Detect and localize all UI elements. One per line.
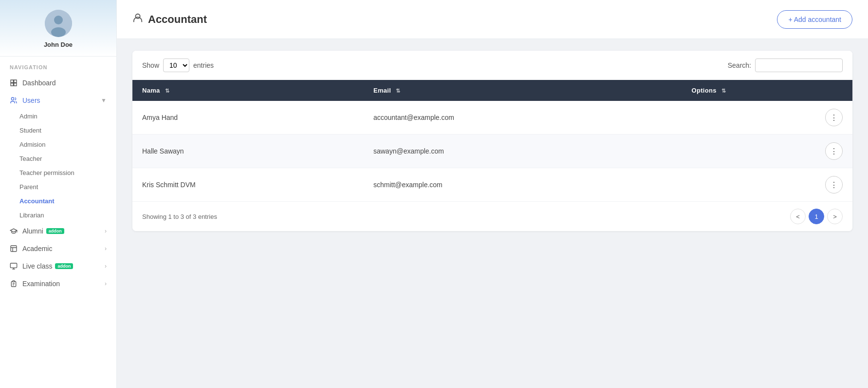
table-controls: Show 10 25 50 entries Search: [132,51,852,80]
entries-select[interactable]: 10 25 50 [163,58,189,72]
col-name: Nama ⇅ [132,80,364,101]
showing-entries: Showing 1 to 3 of 3 entries [142,213,217,220]
add-accountant-button[interactable]: + Add accountant [777,10,852,29]
chevron-right-icon-3: › [105,263,107,270]
show-label: Show [142,61,159,69]
sidebar-item-academic-label: Academic [22,245,52,252]
live-class-addon-badge: addon [55,263,73,269]
search-wrap: Search: [728,58,843,72]
chevron-down-icon: ▼ [101,97,107,104]
live-class-icon [10,262,18,270]
show-entries-wrap: Show 10 25 50 entries [142,58,214,72]
svg-rect-4 [11,246,17,252]
page-header: Accountant + Add accountant [117,0,868,39]
sidebar-item-librarian[interactable]: Librarian [19,208,116,222]
svg-rect-6 [13,281,15,282]
table-row: Halle Sawaynsawayn@example.com⋮ [132,135,852,168]
table-footer: Showing 1 to 3 of 3 entries < 1 > [132,202,852,231]
sidebar-item-parent[interactable]: Parent [19,180,116,194]
cell-options: ⋮ [682,135,852,168]
page-title-wrap: Accountant [132,13,207,26]
sidebar-item-student[interactable]: Student [19,123,116,137]
sidebar-item-alumni[interactable]: Alumni addon › [0,222,116,240]
pagination-next[interactable]: > [827,209,843,224]
academic-icon [10,245,18,252]
svg-point-1 [54,16,63,24]
main-content: Accountant + Add accountant Show 10 25 5… [117,0,868,388]
examination-icon [10,280,18,288]
search-input[interactable] [755,58,843,72]
sort-name-icon[interactable]: ⇅ [165,88,169,94]
row-options-button[interactable]: ⋮ [825,142,843,160]
dashboard-icon [10,79,18,87]
cell-name: Amya Hand [132,101,364,135]
svg-rect-5 [10,263,17,268]
cell-options: ⋮ [682,168,852,202]
pagination-page-1[interactable]: 1 [809,209,824,224]
nav-label: NAVIGATION [0,57,116,74]
svg-point-2 [51,27,66,37]
sidebar: John Doe NAVIGATION Dashboard Users ▼ Ad… [0,0,117,388]
table-row: Kris Schmitt DVMschmitt@example.com⋮ [132,168,852,202]
pagination-prev[interactable]: < [790,209,806,224]
users-icon [10,97,18,104]
sidebar-item-examination-label: Examination [22,280,60,288]
chevron-right-icon-4: › [105,280,107,287]
cell-email: sawayn@example.com [364,135,682,168]
alumni-icon [10,227,18,235]
sidebar-item-teacher-permission[interactable]: Teacher permission [19,166,116,180]
sidebar-item-users-label: Users [22,97,40,104]
table-card: Show 10 25 50 entries Search: [132,51,852,231]
sidebar-item-dashboard-label: Dashboard [22,79,56,87]
sort-email-icon[interactable]: ⇅ [396,88,400,94]
cell-email: accountant@example.com [364,101,682,135]
avatar [45,10,72,37]
col-email: Email ⇅ [364,80,682,101]
sidebar-item-accountant[interactable]: Accountant [19,194,116,208]
accountant-page-icon [132,13,143,26]
svg-point-3 [11,97,14,100]
table-row: Amya Handaccountant@example.com⋮ [132,101,852,135]
sidebar-item-dashboard[interactable]: Dashboard [0,74,116,92]
pagination: < 1 > [790,209,843,224]
sidebar-item-academic[interactable]: Academic › [0,240,116,257]
sidebar-item-alumni-label: Alumni [22,227,43,235]
row-options-button[interactable]: ⋮ [825,176,843,194]
cell-name: Kris Schmitt DVM [132,168,364,202]
sort-options-icon[interactable]: ⇅ [721,88,726,94]
entries-label: entries [193,61,214,69]
content-area: Show 10 25 50 entries Search: [117,39,868,388]
sidebar-item-teacher[interactable]: Teacher [19,152,116,166]
sidebar-item-admision[interactable]: Admision [19,137,116,152]
search-label: Search: [728,61,751,69]
sidebar-item-live-class[interactable]: Live class addon › [0,257,116,275]
cell-options: ⋮ [682,101,852,135]
col-options: Options ⇅ [682,80,852,101]
accountants-table: Nama ⇅ Email ⇅ Options ⇅ Amy [132,80,852,202]
chevron-right-icon: › [105,228,107,234]
sidebar-item-users[interactable]: Users ▼ [0,92,116,109]
alumni-addon-badge: addon [46,228,64,234]
sidebar-subnav-users: Admin Student Admision Teacher Teacher p… [0,109,116,222]
sidebar-item-admin[interactable]: Admin [19,109,116,123]
table-header-row: Nama ⇅ Email ⇅ Options ⇅ [132,80,852,101]
cell-email: schmitt@example.com [364,168,682,202]
cell-name: Halle Sawayn [132,135,364,168]
sidebar-item-examination[interactable]: Examination › [0,275,116,292]
sidebar-header: John Doe [0,0,116,57]
sidebar-item-live-class-label: Live class [22,262,52,270]
row-options-button[interactable]: ⋮ [825,109,843,126]
page-title: Accountant [148,13,207,26]
chevron-right-icon-2: › [105,245,107,252]
user-name: John Doe [44,41,73,48]
